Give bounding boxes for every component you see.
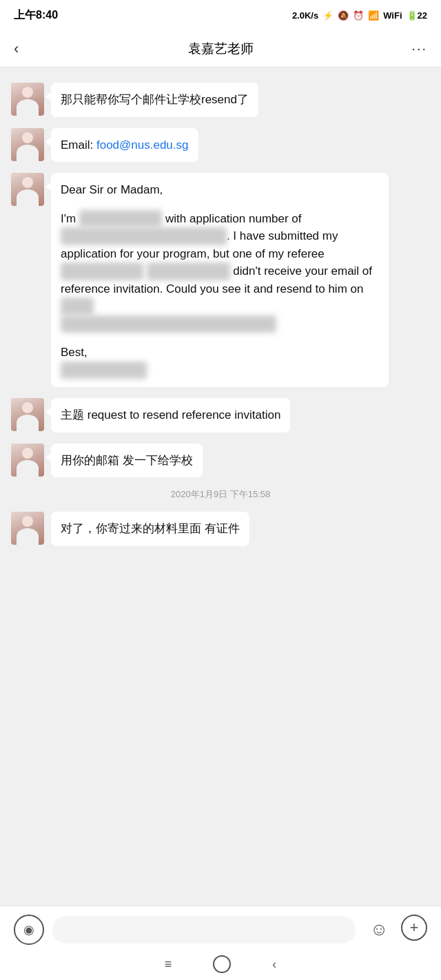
bottom-right-icons: ☺ +: [364, 915, 427, 945]
wifi-icon: WiFi: [383, 10, 402, 21]
signal-icon: 📶: [368, 10, 379, 21]
plus-icon: +: [410, 919, 419, 937]
message-row: 主题 request to resend reference invitatio…: [0, 394, 441, 437]
blur-email2: ██████████████████████████: [61, 315, 276, 333]
blur-name: ██████████: [79, 210, 162, 228]
avatar-image: [11, 128, 44, 161]
avatar: [11, 83, 44, 116]
more-button[interactable]: ···: [411, 41, 427, 56]
muted-icon: 🔕: [338, 10, 349, 21]
timestamp: 2020年1月9日 下午15:58: [0, 488, 441, 501]
voice-button[interactable]: ◉: [14, 915, 44, 945]
status-time: 上午8:40: [14, 8, 58, 23]
message-text: 那只能帮你写个邮件让学校resend了: [61, 93, 249, 106]
home-indicator: ≡ ‹: [0, 952, 441, 980]
message-bubble-send: 用你的邮箱 发一下给学校: [51, 444, 203, 478]
back-button[interactable]: ‹: [14, 40, 19, 58]
alarm-icon: ⏰: [353, 10, 364, 21]
add-button[interactable]: +: [401, 915, 427, 941]
email-signature: ████ ██████: [61, 362, 379, 379]
avatar-image: [11, 444, 44, 477]
back-nav-icon[interactable]: ‹: [272, 957, 276, 972]
chat-title: 袁嘉艺老师: [188, 40, 254, 58]
emoji-icon: ☺: [370, 919, 389, 940]
message-bubble-long: Dear Sir or Madam, I'm ██████████ with a…: [51, 173, 389, 387]
avatar-image: [11, 83, 44, 116]
battery-icon: 🔋22: [407, 10, 427, 21]
home-circle[interactable]: [213, 955, 231, 973]
blur-signature: ████ ██████: [61, 362, 147, 379]
message-row: 对了，你寄过来的材料里面 有证件: [0, 508, 441, 550]
email-prefix: Email:: [61, 138, 96, 152]
emoji-button[interactable]: ☺: [364, 915, 394, 945]
chat-area: 那只能帮你写个邮件让学校resend了 Email: food@nus.edu.…: [0, 67, 441, 906]
message-bubble-partial: 对了，你寄过来的材料里面 有证件: [51, 512, 249, 546]
chat-header: ‹ 袁嘉艺老师 ···: [0, 30, 441, 67]
network-speed: 2.0K/s: [292, 10, 318, 21]
avatar: [11, 173, 44, 206]
message-bubble: 那只能帮你写个邮件让学校resend了: [51, 83, 258, 117]
menu-icon[interactable]: ≡: [165, 957, 172, 972]
blur-email1: ████: [61, 298, 94, 315]
message-text: 用你的邮箱 发一下给学校: [61, 454, 193, 467]
message-text: 对了，你寄过来的材料里面 有证件: [61, 522, 240, 535]
bluetooth-icon: ⚡: [322, 10, 334, 21]
email-salutation: Dear Sir or Madam,: [61, 181, 379, 199]
avatar: [11, 398, 44, 431]
blur-number: ████████████████████: [61, 227, 227, 245]
blur-referee2: ██████████: [147, 262, 229, 280]
body-text-1: I'm: [61, 212, 79, 225]
avatar: [11, 128, 44, 161]
voice-icon: ◉: [23, 922, 34, 937]
body-text-2: with application number of: [162, 212, 301, 225]
bottom-bar: ◉ ☺ +: [0, 906, 441, 952]
status-icons: 2.0K/s ⚡ 🔕 ⏰ 📶 WiFi 🔋22: [292, 10, 427, 21]
message-row: 那只能帮你写个邮件让学校resend了: [0, 79, 441, 121]
avatar: [11, 444, 44, 477]
status-bar: 上午8:40 2.0K/s ⚡ 🔕 ⏰ 📶 WiFi 🔋22: [0, 0, 441, 30]
input-area[interactable]: [52, 916, 356, 943]
avatar-image: [11, 512, 44, 545]
avatar: [11, 512, 44, 545]
blur-referee1: ██████████: [61, 262, 143, 280]
avatar-image: [11, 173, 44, 206]
message-bubble-subject: 主题 request to resend reference invitatio…: [51, 398, 290, 432]
message-row: Dear Sir or Madam, I'm ██████████ with a…: [0, 169, 441, 391]
email-address[interactable]: food@nus.edu.sg: [96, 138, 189, 152]
message-bubble-email: Email: food@nus.edu.sg: [51, 128, 198, 163]
email-body: I'm ██████████ with application number o…: [61, 210, 379, 333]
message-row: Email: food@nus.edu.sg: [0, 124, 441, 167]
email-closing: Best,: [61, 344, 379, 362]
avatar-image: [11, 398, 44, 431]
message-row: 用你的邮箱 发一下给学校: [0, 439, 441, 482]
message-text: 主题 request to resend reference invitatio…: [61, 408, 280, 421]
